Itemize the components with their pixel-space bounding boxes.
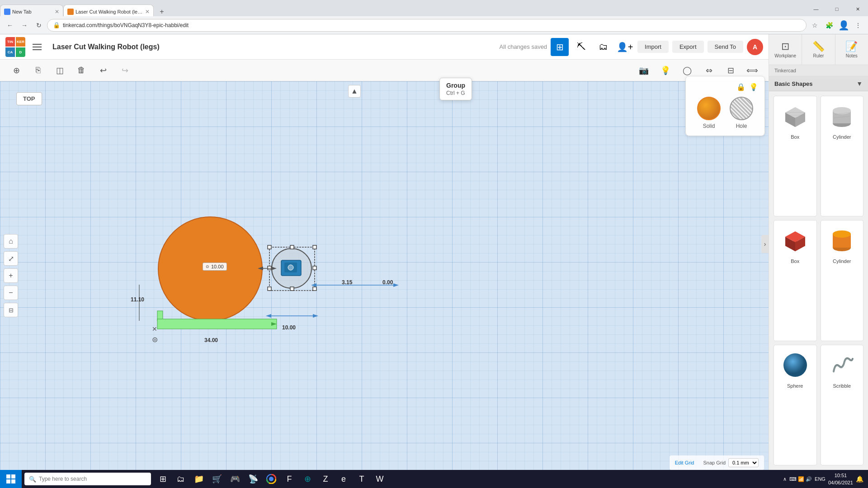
shape-box-grey-label: Box — [791, 134, 799, 140]
undo-button[interactable]: ↩ — [94, 61, 112, 80]
address-bar[interactable]: 🔒 tinkercad.com/things/boVNGaqN3Y8-epic-… — [47, 19, 807, 32]
dim-label-315: 3.15 — [342, 279, 352, 286]
svg-rect-47 — [11, 474, 15, 479]
zoom-in-button[interactable]: + — [4, 268, 18, 283]
svg-rect-46 — [6, 474, 10, 479]
svg-rect-9 — [268, 245, 271, 249]
teams-button[interactable]: T — [353, 470, 371, 488]
camera-button[interactable]: 📷 — [635, 61, 653, 80]
lock-button[interactable]: 🔒 — [736, 83, 745, 91]
fit-view-button[interactable]: ⤢ — [4, 251, 18, 266]
maximize-button[interactable]: □ — [826, 1, 847, 17]
copy-button[interactable]: ⎘ — [29, 61, 47, 80]
search-input[interactable] — [39, 476, 138, 482]
steam-button[interactable]: 🎮 — [226, 470, 244, 488]
svg-rect-5 — [281, 260, 301, 276]
circle-mark[interactable]: ⊜ — [152, 335, 158, 344]
ruler-button[interactable]: 📏 Ruler — [802, 34, 835, 65]
menu-button[interactable]: ⋮ — [852, 19, 864, 32]
extensions-button[interactable]: 🧩 — [823, 19, 835, 32]
shape-cylinder-grey-label: Cylinder — [833, 134, 851, 140]
svg-rect-1 — [157, 311, 163, 321]
svg-rect-48 — [6, 479, 10, 483]
taskbar-search[interactable]: 🔍 — [24, 473, 151, 485]
shape-cylinder-orange[interactable]: Cylinder — [821, 220, 864, 341]
chrome-button[interactable] — [262, 470, 280, 488]
figma-button[interactable]: F — [280, 470, 298, 488]
light-toggle-button[interactable]: 💡 — [749, 83, 758, 91]
shapes-expand-icon[interactable]: ▼ — [856, 80, 863, 87]
start-button[interactable] — [0, 470, 22, 488]
avatar[interactable]: A — [747, 39, 763, 55]
notes-icon: 📝 — [845, 41, 858, 52]
duplicate-button[interactable]: ◫ — [51, 61, 69, 80]
edge-browser-button[interactable]: e — [335, 470, 353, 488]
edit-grid-button[interactable]: Edit Grid — [675, 460, 694, 465]
shape-sphere-blue[interactable]: Sphere — [774, 345, 817, 465]
zoom-out-button[interactable]: − — [4, 286, 18, 300]
project-title: Laser Cut Walking Robot (legs) — [52, 43, 160, 51]
svg-point-35 — [833, 107, 851, 114]
notifications-button[interactable]: 🔔 — [856, 475, 863, 483]
svg-rect-13 — [313, 287, 316, 291]
zoom-button[interactable]: Z — [316, 470, 335, 488]
system-tray: ∧ ⌨ 📶 🔊 ENG 10:51 04/06/2021 🔔 — [783, 472, 868, 487]
grid-view-button[interactable]: ⊞ — [551, 38, 569, 56]
new-shape-button[interactable]: ⊕ — [7, 61, 25, 80]
hamburger-menu[interactable] — [33, 41, 45, 53]
canvas-up-arrow[interactable]: ▲ — [348, 85, 361, 98]
group-tooltip-title: Group — [446, 82, 465, 89]
shapes-category-row[interactable]: Basic Shapes ▼ — [769, 76, 868, 91]
shape-box-grey[interactable]: Box — [774, 96, 817, 216]
solid-option[interactable]: Solid — [697, 97, 721, 129]
taskbar-clock: 10:51 04/06/2021 — [828, 472, 853, 487]
import-button[interactable]: Import — [637, 41, 669, 53]
edge-button[interactable]: 📁 — [190, 470, 208, 488]
layers-button[interactable]: 🗂 — [594, 38, 612, 56]
svg-rect-10 — [290, 245, 294, 249]
arduino-button[interactable]: ⊕ — [298, 470, 316, 488]
word-button[interactable]: W — [371, 470, 389, 488]
hole-option[interactable]: Hole — [730, 97, 753, 129]
workplane-button[interactable]: ⊡ Workplane — [769, 34, 802, 65]
panel-expand-arrow[interactable]: › — [761, 235, 769, 253]
shape-scribble[interactable]: Scribble — [821, 345, 864, 465]
canvas-area[interactable]: TOP ▲ ⌂ ⤢ + − ⊟ — [0, 81, 769, 470]
redo-button[interactable]: ↪ — [116, 61, 134, 80]
svg-rect-12 — [313, 266, 316, 270]
delete-button[interactable]: 🗑 — [72, 61, 90, 80]
tinkercad-logo[interactable]: TIN KER CA D — [5, 37, 25, 57]
bookmark-button[interactable]: ☆ — [808, 19, 821, 32]
shape-box-red[interactable]: Box — [774, 220, 817, 341]
notes-button[interactable]: 📝 Notes — [835, 34, 868, 65]
forward-button[interactable]: → — [18, 19, 31, 32]
group-tooltip: Group Ctrl + G — [439, 78, 472, 100]
minimize-button[interactable]: — — [806, 1, 826, 17]
signal-button[interactable]: 📡 — [244, 470, 262, 488]
profile-button[interactable]: 👤 — [837, 19, 850, 32]
shape-cylinder-grey[interactable]: Cylinder — [821, 96, 864, 216]
workplane-label: Workplane — [774, 53, 796, 58]
close-button[interactable]: ✕ — [847, 1, 868, 17]
send-to-button[interactable]: Send To — [708, 41, 743, 53]
export-button[interactable]: Export — [672, 41, 704, 53]
svg-point-44 — [833, 230, 851, 238]
3d-view-button[interactable]: ⛏ — [572, 38, 590, 56]
snap-grid-select[interactable]: 0.1 mm 0.5 mm 1 mm — [728, 458, 759, 467]
canvas-svg — [0, 81, 769, 470]
svg-marker-18 — [258, 267, 263, 270]
file-explorer-button[interactable]: 🗂 — [172, 470, 190, 488]
svg-rect-8 — [269, 247, 315, 291]
refresh-button[interactable]: ↻ — [33, 19, 45, 32]
taskbar-lang: ENG — [815, 476, 826, 482]
light-button[interactable]: 💡 — [656, 61, 675, 80]
back-button[interactable]: ← — [4, 19, 16, 32]
store-button[interactable]: 🛒 — [208, 470, 226, 488]
home-view-button[interactable]: ⌂ — [4, 234, 18, 249]
close-mark[interactable]: ✕ — [152, 325, 157, 333]
layer-button[interactable]: ⊟ — [4, 303, 18, 317]
add-user-button[interactable]: 👤+ — [616, 38, 634, 56]
tray-up-arrow[interactable]: ∧ — [783, 476, 787, 482]
box-red-icon — [779, 224, 811, 257]
task-view-button[interactable]: ⊞ — [154, 470, 172, 488]
